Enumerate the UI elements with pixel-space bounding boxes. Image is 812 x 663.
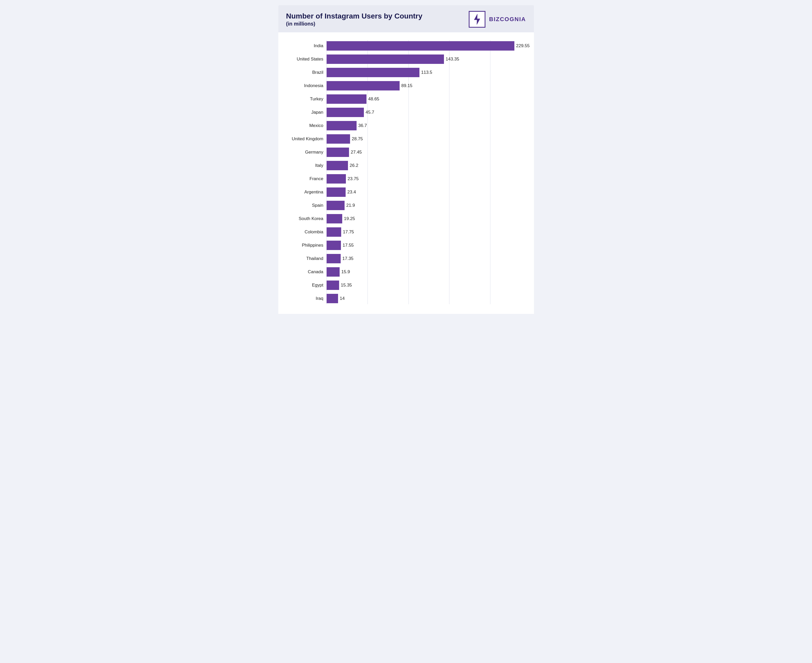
bar-label: Iraq bbox=[281, 296, 327, 301]
bar-label: India bbox=[281, 43, 327, 49]
bar-value: 23.4 bbox=[347, 189, 356, 195]
bar-label: Brazil bbox=[281, 70, 327, 75]
bar bbox=[327, 254, 341, 263]
bar-value: 45.7 bbox=[366, 110, 374, 115]
logo-block: BIZCOGNIA bbox=[469, 11, 526, 27]
bar-label: Mexico bbox=[281, 123, 327, 128]
bar-value: 143.35 bbox=[446, 57, 459, 62]
chart-subtitle: (in millions) bbox=[286, 21, 423, 27]
bar-row: Japan45.7 bbox=[281, 107, 526, 118]
bar-label: South Korea bbox=[281, 216, 327, 222]
bar-label: Japan bbox=[281, 110, 327, 115]
bar-container: 23.75 bbox=[327, 174, 526, 184]
bar-container: 113.5 bbox=[327, 68, 526, 77]
bar bbox=[327, 55, 444, 64]
bar-value: 17.55 bbox=[343, 243, 354, 248]
bar-container: 48.65 bbox=[327, 94, 526, 104]
bar-value: 21.9 bbox=[347, 203, 355, 208]
chart-card: Number of Instagram Users by Country (in… bbox=[278, 5, 534, 314]
bar bbox=[327, 68, 420, 77]
bar bbox=[327, 134, 350, 144]
bar-value: 27.45 bbox=[351, 150, 362, 155]
bar-row: Argentina23.4 bbox=[281, 186, 526, 198]
bar-row: Canada15.9 bbox=[281, 266, 526, 278]
bar-container: 143.35 bbox=[327, 55, 526, 64]
bar-row: Egypt15.35 bbox=[281, 280, 526, 291]
bar-container: 21.9 bbox=[327, 201, 526, 210]
bar-value: 36.7 bbox=[358, 123, 367, 128]
bar-row: Turkey48.65 bbox=[281, 93, 526, 105]
bar-label: United Kingdom bbox=[281, 136, 327, 142]
bar-value: 14 bbox=[340, 296, 345, 301]
bar-container: 23.4 bbox=[327, 188, 526, 197]
bar-container: 45.7 bbox=[327, 108, 526, 117]
bar-label: Egypt bbox=[281, 283, 327, 288]
bar-container: 36.7 bbox=[327, 121, 526, 130]
bar bbox=[327, 174, 346, 184]
bar-label: United States bbox=[281, 57, 327, 62]
bar-row: Italy26.2 bbox=[281, 160, 526, 171]
bar bbox=[327, 201, 345, 210]
bar-label: Canada bbox=[281, 269, 327, 275]
bar-row: Brazil113.5 bbox=[281, 67, 526, 78]
bar-value: 17.75 bbox=[343, 230, 354, 234]
bar bbox=[327, 188, 345, 197]
bar-label: Turkey bbox=[281, 97, 327, 102]
bars-container: India229.55United States143.35Brazil113.… bbox=[281, 40, 526, 304]
bar-row: Indonesia89.15 bbox=[281, 80, 526, 92]
bar-container: 17.35 bbox=[327, 254, 526, 263]
chart-header: Number of Instagram Users by Country (in… bbox=[278, 5, 534, 32]
bar-row: Thailand17.35 bbox=[281, 253, 526, 264]
bar-row: United States143.35 bbox=[281, 53, 526, 65]
bar-row: Iraq14 bbox=[281, 293, 526, 304]
bar bbox=[327, 147, 349, 157]
bar-label: Colombia bbox=[281, 230, 327, 234]
bar-label: France bbox=[281, 176, 327, 181]
bar-row: Philippines17.55 bbox=[281, 239, 526, 251]
bar-container: 26.2 bbox=[327, 161, 526, 170]
bar-row: Mexico36.7 bbox=[281, 120, 526, 131]
bar bbox=[327, 214, 342, 223]
bar-label: Italy bbox=[281, 163, 327, 168]
bar-container: 17.55 bbox=[327, 241, 526, 250]
title-block: Number of Instagram Users by Country (in… bbox=[286, 12, 423, 27]
bar bbox=[327, 108, 364, 117]
bar bbox=[327, 94, 366, 104]
logo-text: BIZCOGNIA bbox=[489, 16, 526, 23]
bar-row: South Korea19.25 bbox=[281, 213, 526, 225]
bar-container: 15.35 bbox=[327, 281, 526, 290]
bar bbox=[327, 81, 400, 91]
bar-row: United Kingdom28.75 bbox=[281, 133, 526, 145]
bar-container: 27.45 bbox=[327, 147, 526, 157]
bar-label: Thailand bbox=[281, 256, 327, 261]
bar-container: 14 bbox=[327, 294, 526, 303]
bar bbox=[327, 227, 341, 237]
bar bbox=[327, 294, 338, 303]
bar bbox=[327, 241, 341, 250]
bar-container: 28.75 bbox=[327, 134, 526, 144]
bar-label: Philippines bbox=[281, 243, 327, 248]
bar-value: 15.35 bbox=[341, 283, 352, 288]
bar-row: Germany27.45 bbox=[281, 147, 526, 158]
bar-row: France23.75 bbox=[281, 173, 526, 184]
bar bbox=[327, 41, 514, 50]
bar bbox=[327, 121, 357, 130]
bar-value: 23.75 bbox=[348, 176, 359, 181]
chart-inner: India229.55United States143.35Brazil113.… bbox=[281, 40, 526, 304]
bar-value: 48.65 bbox=[368, 97, 379, 102]
bar-value: 15.9 bbox=[342, 269, 350, 275]
bar-row: India229.55 bbox=[281, 40, 526, 52]
bar-container: 229.55 bbox=[327, 41, 530, 50]
bar-value: 28.75 bbox=[352, 136, 363, 142]
bar-label: Germany bbox=[281, 150, 327, 155]
bar-label: Argentina bbox=[281, 189, 327, 195]
bar-value: 19.25 bbox=[344, 216, 355, 222]
bar-label: Indonesia bbox=[281, 83, 327, 88]
logo-icon bbox=[469, 11, 485, 27]
chart-area: India229.55United States143.35Brazil113.… bbox=[278, 32, 534, 314]
bar bbox=[327, 267, 340, 277]
bar-value: 26.2 bbox=[350, 163, 358, 168]
bar-value: 229.55 bbox=[516, 43, 530, 49]
bar-container: 89.15 bbox=[327, 81, 526, 91]
bar-container: 15.9 bbox=[327, 267, 526, 277]
